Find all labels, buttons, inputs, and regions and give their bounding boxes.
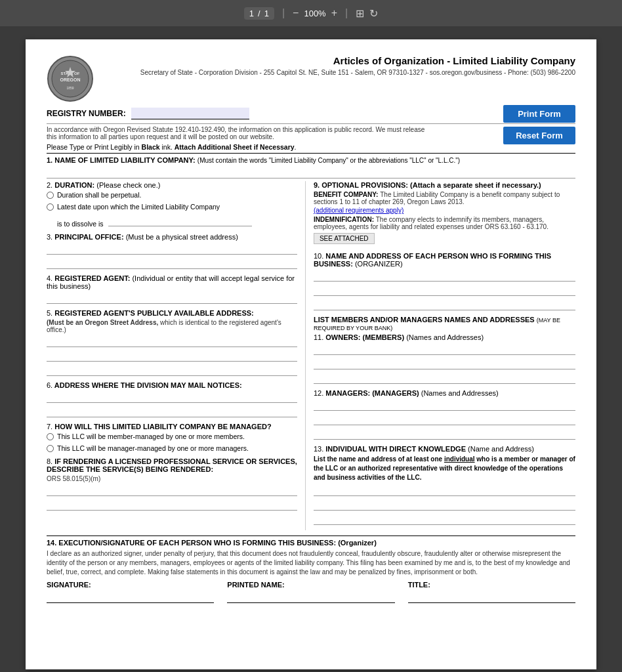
radio-perpetual[interactable]	[47, 192, 54, 199]
section6-line1[interactable]	[47, 391, 297, 403]
zoom-out-icon[interactable]: −	[293, 7, 299, 19]
signature-input-line[interactable]	[47, 590, 214, 603]
toolbar: 1 / 1 | − 100% + | ⊞ ↻	[0, 0, 622, 26]
document-header: STATE OF OREGON 1859 Articles of Organiz…	[47, 55, 575, 102]
see-attached-button[interactable]: SEE ATTACHED	[314, 233, 375, 244]
section5-line3[interactable]	[47, 364, 297, 376]
section5: 5. REGISTERED AGENT'S PUBLICLY AVAILABLE…	[47, 309, 297, 376]
two-column-layout: 2. DURATION: (Please check one.) Duratio…	[47, 181, 575, 530]
radio-manager-managed[interactable]	[47, 445, 54, 452]
rotate-icon[interactable]: ↻	[369, 7, 378, 20]
section12-line3[interactable]	[314, 428, 575, 440]
signature-col: SIGNATURE:	[47, 581, 214, 603]
radio-dissolve[interactable]	[47, 203, 54, 211]
page-total: 1	[264, 9, 269, 18]
section4: 4. REGISTERED AGENT: (Individual or enti…	[47, 274, 297, 304]
dissolve-date-input[interactable]	[108, 215, 253, 226]
section12-heading: 12. MANAGERS: (MANAGERS) (Names and Addr…	[314, 389, 575, 397]
section14-heading: 14. EXECUTION/SIGNATURE OF EACH PERSON W…	[47, 539, 575, 547]
section10-line3[interactable]	[314, 299, 575, 310]
section5-line2[interactable]	[47, 350, 297, 362]
section4-heading: 4. REGISTERED AGENT: (Individual or enti…	[47, 274, 297, 290]
section1-input-line[interactable]	[47, 165, 575, 178]
section1-label: 1. NAME OF LIMITED LIABILITY COMPANY: (M…	[47, 156, 575, 164]
section8-note: ORS 58.015(5)(m)	[47, 475, 297, 482]
section11-line2[interactable]	[314, 358, 575, 369]
section2-option1[interactable]: Duration shall be perpetual.	[47, 191, 297, 199]
section3-heading: 3. PRINCIPAL OFFICE: (Must be a physical…	[47, 233, 297, 241]
section11: LIST MEMBERS AND/OR MANAGERS NAMES AND A…	[314, 316, 575, 384]
section12: 12. MANAGERS: (MANAGERS) (Names and Addr…	[314, 389, 575, 440]
zoom-level: 100%	[304, 9, 325, 18]
fit-page-icon[interactable]: ⊞	[356, 7, 364, 20]
print-form-button[interactable]: Print Form	[503, 105, 575, 123]
printed-name-input-line[interactable]	[227, 590, 394, 603]
document-title: Articles of Organization - Limited Liabi…	[104, 55, 575, 66]
instructions: Please Type or Print Legibly in Black in…	[47, 143, 575, 151]
section11-line1[interactable]	[314, 343, 575, 355]
section10-line2[interactable]	[314, 284, 575, 296]
section2-option2[interactable]: Latest date upon which the Limited Liabi…	[47, 203, 297, 211]
action-buttons: Print Form Reset Form	[503, 105, 575, 144]
oregon-seal: STATE OF OREGON 1859	[47, 55, 94, 102]
section11-line3[interactable]	[314, 372, 575, 384]
title-label: TITLE:	[408, 581, 575, 589]
section6-line2[interactable]	[47, 406, 297, 417]
radio-member-managed[interactable]	[47, 433, 54, 440]
section12-line2[interactable]	[314, 413, 575, 425]
section14-declaration: I declare as an authorized signer, under…	[47, 549, 575, 577]
section13-line3[interactable]	[314, 513, 575, 525]
section6: 6. ADDRESS WHERE THE DIVISION MAY MAIL N…	[47, 381, 297, 417]
section8-line2[interactable]	[47, 499, 297, 511]
section14: 14. EXECUTION/SIGNATURE OF EACH PERSON W…	[47, 536, 575, 603]
toolbar-divider2: |	[345, 7, 348, 19]
section13-text: List the name and address of at least on…	[314, 455, 575, 482]
benefit-heading: BENEFIT COMPANY:	[314, 191, 380, 198]
section12-line1[interactable]	[314, 399, 575, 411]
section5-line1[interactable]	[47, 335, 297, 347]
list-members-heading: LIST MEMBERS AND/OR MANAGERS NAMES AND A…	[314, 316, 575, 331]
section10-line1[interactable]	[314, 270, 575, 282]
toolbar-divider1: |	[282, 7, 285, 19]
indemnification-heading: INDEMNIFICATION:	[314, 216, 376, 223]
reset-form-button[interactable]: Reset Form	[503, 127, 575, 144]
registry-row: REGISTRY NUMBER:	[47, 108, 575, 119]
section3-line1[interactable]	[47, 243, 297, 255]
section3: 3. PRINCIPAL OFFICE: (Must be a physical…	[47, 233, 297, 269]
section1: 1. NAME OF LIMITED LIABILITY COMPANY: (M…	[47, 153, 575, 178]
svg-text:1859: 1859	[66, 86, 73, 90]
printed-name-label: PRINTED NAME:	[227, 581, 394, 589]
title-col: TITLE:	[408, 581, 575, 603]
section11-heading: 11. OWNERS: (MEMBERS) (Names and Address…	[314, 333, 575, 341]
section9: 9. OPTIONAL PROVISIONS: (Attach a separa…	[314, 181, 575, 248]
section3-line2[interactable]	[47, 257, 297, 269]
header-info: Articles of Organization - Limited Liabi…	[104, 55, 575, 81]
section8-line1[interactable]	[47, 484, 297, 496]
signature-label: SIGNATURE:	[47, 581, 214, 589]
section7-option2[interactable]: This LLC will be manager-managed by one …	[47, 444, 297, 452]
page-controls: 1 / 1	[244, 7, 274, 20]
section13-heading: 13. INDIVIDUAL WITH DIRECT KNOWLEDGE (Na…	[314, 445, 575, 453]
section13: 13. INDIVIDUAL WITH DIRECT KNOWLEDGE (Na…	[314, 445, 575, 525]
section10: 10. NAME AND ADDRESS OF EACH PERSON WHO …	[314, 252, 575, 310]
document-container: STATE OF OREGON 1859 Articles of Organiz…	[0, 26, 622, 672]
document-subtitle: Secretary of State - Corporation Divisio…	[104, 69, 575, 76]
section5-heading: 5. REGISTERED AGENT'S PUBLICLY AVAILABLE…	[47, 309, 297, 317]
page-current: 1	[249, 9, 254, 18]
section7-heading: 7. HOW WILL THIS LIMITED LIABILITY COMPA…	[47, 423, 297, 430]
page-sep: /	[258, 9, 260, 18]
zoom-in-icon[interactable]: +	[331, 7, 337, 19]
public-notice: In accordance with Oregon Revised Statut…	[47, 123, 575, 140]
signature-row: SIGNATURE: PRINTED NAME: TITLE:	[47, 581, 575, 603]
registry-input[interactable]	[131, 108, 249, 119]
section7-option1[interactable]: This LLC will be member-managed by one o…	[47, 432, 297, 440]
additional-requirements-link[interactable]: (additional requirements apply)	[314, 207, 575, 214]
left-column: 2. DURATION: (Please check one.) Duratio…	[47, 181, 306, 530]
section8: 8. IF RENDERING A LICENSED PROFESSIONAL …	[47, 457, 297, 511]
section5-note: (Must be an Oregon Street Address, which…	[47, 319, 297, 333]
section13-line2[interactable]	[314, 499, 575, 511]
title-input-line[interactable]	[408, 590, 575, 603]
section13-line1[interactable]	[314, 484, 575, 496]
section2: 2. DURATION: (Please check one.) Duratio…	[47, 181, 297, 228]
section4-line1[interactable]	[47, 292, 297, 304]
